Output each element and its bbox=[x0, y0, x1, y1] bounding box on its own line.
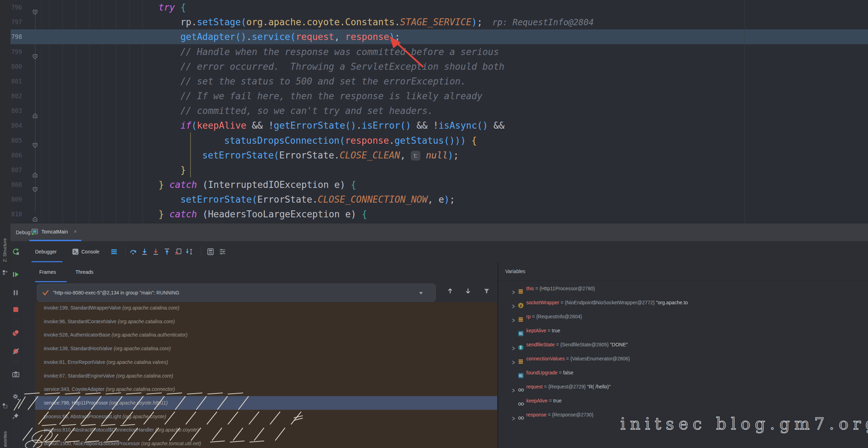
line-number[interactable]: 800 bbox=[11, 59, 31, 74]
thread-dropdown[interactable]: "http-nio-8080-exec-5"@2,134 in group "m… bbox=[37, 284, 436, 302]
line-number[interactable]: 808 bbox=[11, 177, 31, 192]
code-text: // set the status to 500 and set the err… bbox=[180, 74, 466, 89]
code-text: // If we fail here, then the response is… bbox=[180, 89, 482, 103]
fold-marker-icon[interactable] bbox=[32, 211, 38, 217]
variable-row[interactable]: 01keptAlive = true bbox=[498, 324, 868, 338]
console-icon[interactable] bbox=[72, 248, 79, 255]
expand-chevron-icon[interactable] bbox=[511, 412, 516, 426]
variable-row[interactable]: EsendfileState = {SendfileState@2805} "D… bbox=[498, 338, 868, 352]
stack-frame-row[interactable]: service:798, Http11Processor (org.apache… bbox=[35, 396, 497, 410]
watermark-text: initsec blog.gm7.org bbox=[620, 414, 868, 433]
frame-package: (org.apache.coyote) bbox=[122, 414, 166, 419]
frame-up-icon[interactable] bbox=[447, 287, 454, 296]
thread-selector-row: "http-nio-8080-exec-5"@2,134 in group "m… bbox=[21, 282, 497, 302]
variable-row[interactable]: keepAlive = true bbox=[498, 394, 868, 408]
line-number[interactable]: 798 bbox=[11, 29, 31, 44]
code-line: 804if(keepAlive && !getErrorState().isEr… bbox=[11, 118, 868, 133]
stack-frame-row[interactable]: invoke:96, StandardContextValve (org.apa… bbox=[35, 315, 497, 328]
line-number[interactable]: 810 bbox=[11, 207, 31, 222]
fold-marker-icon[interactable] bbox=[32, 167, 38, 173]
tab-frames[interactable]: Frames bbox=[39, 262, 56, 282]
sidebar-item-favorites[interactable]: avorites bbox=[2, 426, 8, 447]
drop-frame-icon[interactable] bbox=[174, 248, 182, 256]
frame-location: process:810, AbstractProtocol$Connection… bbox=[44, 427, 155, 433]
mute-breakpoints-icon[interactable] bbox=[12, 347, 20, 355]
code-editor[interactable]: 796try {797rp.setStage(org.apache.coyote… bbox=[11, 0, 868, 223]
fold-marker-icon[interactable] bbox=[32, 49, 38, 55]
frame-package: (org.apache.catalina.core) bbox=[114, 346, 171, 351]
frames-tab-bar: Frames Threads bbox=[21, 262, 497, 282]
variable-row[interactable]: request = {Request@2729} "R( /hello)" bbox=[498, 380, 868, 394]
frame-location: service:798, Http11Processor bbox=[44, 400, 109, 406]
fold-marker-icon[interactable] bbox=[32, 5, 38, 10]
line-number[interactable]: 809 bbox=[11, 192, 31, 207]
frame-location: service:343, CoyoteAdapter bbox=[44, 386, 106, 392]
stack-frames-list[interactable]: invoke:199, StandardWrapperValve (org.ap… bbox=[35, 302, 497, 448]
stack-frame-row[interactable]: invoke:528, AuthenticatorBase (org.apach… bbox=[35, 328, 497, 342]
code-line: 796try { bbox=[11, 0, 868, 15]
tab-threads[interactable]: Threads bbox=[75, 262, 93, 282]
debugger-toolbar: DebuggerConsole bbox=[21, 241, 868, 263]
frame-package: (org.apache.tomcat.util.net) bbox=[141, 441, 201, 446]
stack-frame-row[interactable]: process:66, AbstractProcessorLight (org.… bbox=[35, 410, 497, 423]
force-step-into-icon[interactable] bbox=[152, 248, 160, 256]
line-number[interactable]: 802 bbox=[11, 89, 31, 103]
filter-icon[interactable] bbox=[483, 287, 490, 296]
rerun-icon[interactable] bbox=[12, 248, 20, 256]
line-number[interactable]: 803 bbox=[11, 103, 31, 118]
fold-marker-icon[interactable] bbox=[32, 138, 38, 143]
line-number[interactable]: 805 bbox=[11, 133, 31, 148]
frame-package: (org.apache.coyote.http11) bbox=[109, 400, 168, 406]
tab-debugger[interactable]: Debugger bbox=[35, 241, 57, 262]
resume-icon[interactable] bbox=[12, 271, 20, 278]
run-to-cursor-icon[interactable] bbox=[186, 248, 193, 256]
stop-icon[interactable] bbox=[12, 306, 20, 313]
stack-frame-row[interactable]: service:343, CoyoteAdapter (org.apache.c… bbox=[35, 382, 497, 396]
tab-console[interactable]: Console bbox=[81, 241, 99, 262]
stack-frame-row[interactable]: invoke:139, StandardHostValve (org.apach… bbox=[35, 342, 497, 355]
variable-text: this = {Http11Processor@2780} bbox=[526, 281, 595, 296]
watch-icon bbox=[518, 412, 525, 426]
step-over-icon[interactable] bbox=[129, 248, 137, 256]
layout-icon[interactable] bbox=[111, 248, 118, 255]
layout-settings-icon[interactable] bbox=[219, 248, 226, 256]
divider bbox=[13, 319, 19, 319]
step-into-icon[interactable] bbox=[141, 248, 148, 256]
code-text: } bbox=[180, 163, 186, 177]
line-number[interactable]: 797 bbox=[11, 15, 31, 29]
stack-frame-row[interactable]: process:810, AbstractProtocol$Connection… bbox=[35, 423, 497, 437]
pin-icon[interactable] bbox=[12, 412, 20, 420]
debug-session-title: TomcatMain bbox=[41, 223, 68, 240]
close-icon[interactable]: × bbox=[74, 223, 77, 240]
line-number[interactable]: 801 bbox=[11, 74, 31, 89]
chevron-down-icon[interactable] bbox=[418, 290, 424, 298]
line-number[interactable]: 799 bbox=[11, 45, 31, 59]
stack-frame-row[interactable]: invoke:81, ErrorReportValve (org.apache.… bbox=[35, 355, 497, 369]
variable-row[interactable]: rp = {RequestInfo@2804} bbox=[498, 310, 868, 324]
evaluate-expression-icon[interactable] bbox=[207, 248, 214, 256]
fold-marker-icon[interactable] bbox=[32, 182, 38, 188]
variable-row[interactable]: psocketWrapper = {NioEndpoint$NioSocketW… bbox=[498, 296, 868, 310]
line-number[interactable]: 807 bbox=[11, 163, 31, 177]
line-number[interactable]: 796 bbox=[11, 0, 31, 15]
line-number[interactable]: 804 bbox=[11, 118, 31, 133]
variable-row[interactable]: this = {Http11Processor@2780} bbox=[498, 281, 868, 296]
step-out-icon[interactable] bbox=[163, 248, 171, 256]
code-text: // Handle when the response was committe… bbox=[180, 45, 499, 59]
code-line: 809setErrorState(ErrorState.CLOSE_CONNEC… bbox=[11, 192, 868, 207]
stack-frame-row[interactable]: invoke:87, StandardEngineValve (org.apac… bbox=[35, 369, 497, 383]
stack-frame-row[interactable]: invoke:199, StandardWrapperValve (org.ap… bbox=[35, 302, 497, 315]
fold-marker-icon[interactable] bbox=[32, 108, 38, 114]
stack-frame-row[interactable]: doRun:1500, NioEndpoint$SocketProcessor … bbox=[35, 437, 497, 448]
variable-text: rp = {RequestInfo@2804} bbox=[526, 310, 582, 324]
sidebar-item-structure[interactable]: Z: Structure bbox=[2, 231, 7, 262]
camera-icon[interactable] bbox=[12, 371, 20, 378]
variable-row[interactable]: connectionValues = {ValuesEnumerator@280… bbox=[498, 352, 868, 366]
variable-row[interactable]: 01foundUpgrade = false bbox=[498, 366, 868, 380]
view-breakpoints-icon[interactable] bbox=[12, 329, 20, 337]
pause-icon[interactable] bbox=[12, 289, 20, 297]
frame-location: invoke:81, ErrorReportValve bbox=[44, 359, 107, 365]
gear-icon[interactable] bbox=[12, 393, 20, 401]
line-number[interactable]: 806 bbox=[11, 148, 31, 163]
frame-down-icon[interactable] bbox=[465, 287, 472, 296]
